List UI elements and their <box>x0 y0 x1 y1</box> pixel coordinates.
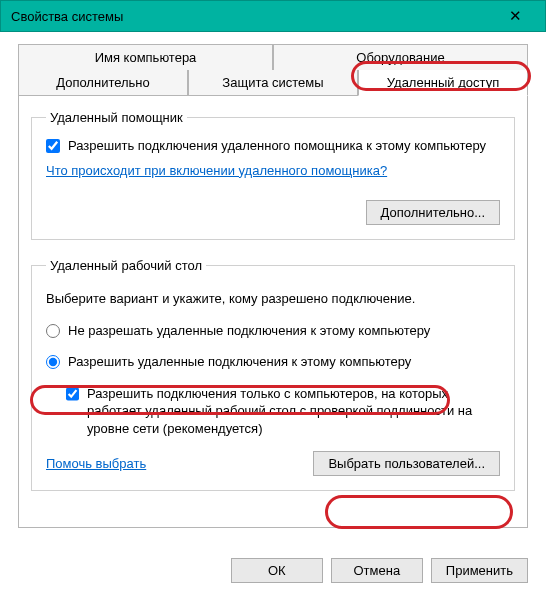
button-ok[interactable]: ОК <box>231 558 323 583</box>
tab-system-protection[interactable]: Защита системы <box>188 70 358 96</box>
button-apply[interactable]: Применить <box>431 558 528 583</box>
checkbox-rdp-nla-label: Разрешить подключения только с компьютер… <box>87 385 500 438</box>
tab-advanced[interactable]: Дополнительно <box>18 70 188 96</box>
button-cancel[interactable]: Отмена <box>331 558 423 583</box>
group-remote-desktop-legend: Удаленный рабочий стол <box>46 258 206 273</box>
tab-panel-remote: Удаленный помощник Разрешить подключения… <box>18 96 528 528</box>
radio-rdp-allow[interactable] <box>46 355 60 369</box>
button-assistant-advanced[interactable]: Дополнительно... <box>366 200 500 225</box>
rdp-instruction: Выберите вариант и укажите, кому разреше… <box>46 291 500 306</box>
radio-rdp-deny[interactable] <box>46 324 60 338</box>
dialog-footer: ОК Отмена Применить <box>231 558 528 583</box>
checkbox-allow-remote-assistant[interactable] <box>46 139 60 153</box>
link-help-choose[interactable]: Помочь выбрать <box>46 456 146 471</box>
radio-rdp-allow-label: Разрешить удаленные подключения к этому … <box>68 353 411 371</box>
link-remote-assistant-help[interactable]: Что происходит при включении удаленного … <box>46 163 387 178</box>
button-select-users[interactable]: Выбрать пользователей... <box>313 451 500 476</box>
tab-remote[interactable]: Удаленный доступ <box>358 70 528 96</box>
title-bar: Свойства системы ✕ <box>0 0 546 32</box>
group-remote-assistant-legend: Удаленный помощник <box>46 110 187 125</box>
window-title: Свойства системы <box>11 9 495 24</box>
group-remote-desktop: Удаленный рабочий стол Выберите вариант … <box>31 258 515 492</box>
checkbox-rdp-nla[interactable] <box>66 387 79 401</box>
close-icon[interactable]: ✕ <box>495 7 535 25</box>
radio-rdp-deny-label: Не разрешать удаленные подключения к это… <box>68 322 430 340</box>
checkbox-allow-remote-assistant-label: Разрешить подключения удаленного помощни… <box>68 137 486 155</box>
tab-hardware[interactable]: Оборудование <box>273 44 528 70</box>
tab-computer-name[interactable]: Имя компьютера <box>18 44 273 70</box>
group-remote-assistant: Удаленный помощник Разрешить подключения… <box>31 110 515 240</box>
